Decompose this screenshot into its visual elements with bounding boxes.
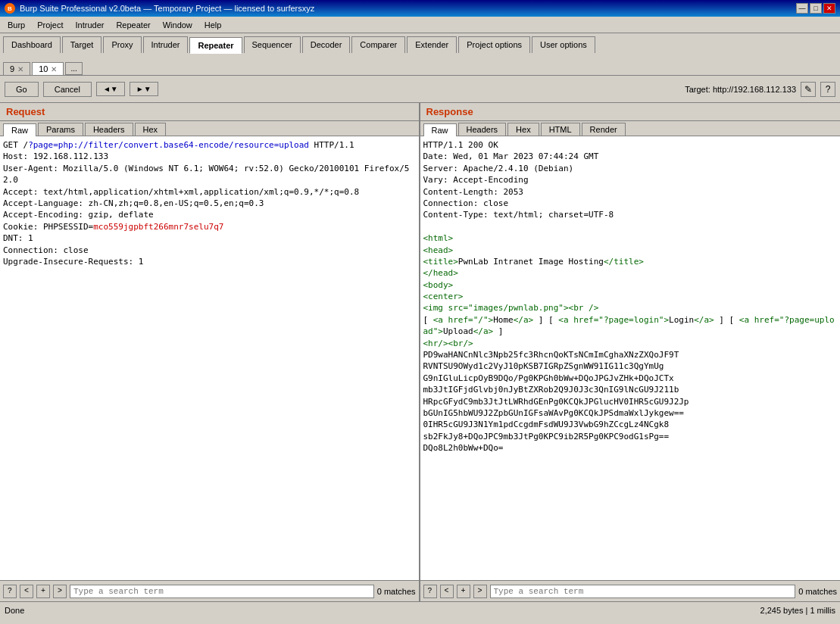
request-search-bar: ? < + > 0 matches — [0, 580, 419, 601]
title-bar: B Burp Suite Professional v2.0beta — Tem… — [0, 0, 840, 17]
title-bar-text: Burp Suite Professional v2.0beta — Tempo… — [20, 4, 314, 13]
tab-project-options[interactable]: Project options — [458, 36, 530, 53]
main-content: Request Raw Params Headers Hex GET /?pag… — [0, 103, 840, 601]
response-content-row: HTTP/1.1 200 OK Date: Wed, 01 Mar 2023 0… — [420, 136, 841, 580]
request-tab-params[interactable]: Params — [38, 123, 83, 136]
repeater-sub-tab-bar: 9 ✕ 10 ✕ ... — [0, 55, 840, 76]
request-content[interactable]: GET /?page=php://filter/convert.base64-e… — [0, 136, 419, 580]
menu-intruder[interactable]: Intruder — [71, 19, 109, 31]
response-tab-render[interactable]: Render — [582, 123, 626, 136]
request-header: Request — [0, 103, 419, 121]
edit-target-button[interactable]: ✎ — [801, 82, 816, 97]
menu-bar: Burp Project Intruder Repeater Window He… — [0, 17, 840, 33]
title-bar-left: B Burp Suite Professional v2.0beta — Tem… — [5, 3, 314, 14]
request-tab-hex[interactable]: Hex — [135, 123, 167, 136]
response-search-help[interactable]: ? — [423, 585, 437, 598]
request-text: GET /?page=php://filter/convert.base64-e… — [3, 139, 416, 267]
tab-target[interactable]: Target — [62, 36, 102, 53]
menu-repeater[interactable]: Repeater — [111, 19, 155, 31]
menu-project[interactable]: Project — [33, 19, 67, 31]
sub-tab-9[interactable]: 9 ✕ — [3, 62, 30, 75]
menu-burp[interactable]: Burp — [3, 19, 30, 31]
request-tab-headers[interactable]: Headers — [85, 123, 133, 136]
request-search-forward[interactable]: > — [53, 585, 67, 598]
status-right: 2,245 bytes | 1 millis — [760, 606, 835, 615]
response-search-prev[interactable]: < — [440, 585, 454, 598]
target-label: Target: http://192.168.112.133 — [685, 85, 796, 94]
response-tab-headers[interactable]: Headers — [458, 123, 507, 136]
burp-logo: B — [5, 3, 15, 14]
response-search-input[interactable] — [490, 585, 796, 598]
response-header: Response — [420, 103, 841, 121]
help-button[interactable]: ? — [820, 82, 835, 97]
minimize-btn[interactable]: — — [796, 3, 808, 14]
response-content[interactable]: HTTP/1.1 200 OK Date: Wed, 01 Mar 2023 0… — [420, 136, 841, 580]
response-tabs: Raw Headers Hex HTML Render — [420, 121, 841, 136]
tab-sequencer[interactable]: Sequencer — [244, 36, 301, 53]
nav-forward-button[interactable]: ►▼ — [130, 82, 158, 96]
status-bar: Done 2,245 bytes | 1 millis — [0, 601, 840, 618]
tab-intruder[interactable]: Intruder — [143, 36, 189, 53]
response-search-next[interactable]: + — [457, 585, 470, 598]
sub-tab-more[interactable]: ... — [65, 62, 82, 75]
request-content-row: GET /?page=php://filter/convert.base64-e… — [0, 136, 419, 580]
tab-dashboard[interactable]: Dashboard — [3, 36, 61, 53]
sub-tab-10-close[interactable]: ✕ — [51, 65, 57, 73]
request-search-prev[interactable]: < — [20, 585, 33, 598]
sub-tab-10[interactable]: 10 ✕ — [32, 62, 64, 75]
tab-comparer[interactable]: Comparer — [351, 36, 405, 53]
status-left: Done — [5, 606, 24, 615]
toolbar: Go Cancel ◄▼ ►▼ Target: http://192.168.1… — [0, 76, 840, 103]
response-tab-html[interactable]: HTML — [541, 123, 580, 136]
tab-user-options[interactable]: User options — [532, 36, 595, 53]
request-search-next[interactable]: + — [36, 585, 50, 598]
tab-extender[interactable]: Extender — [407, 36, 457, 53]
response-search-forward[interactable]: > — [473, 585, 487, 598]
sub-tab-9-close[interactable]: ✕ — [17, 65, 23, 73]
request-tabs: Raw Params Headers Hex — [0, 121, 419, 136]
response-tab-raw[interactable]: Raw — [423, 123, 457, 136]
request-tab-raw[interactable]: Raw — [3, 123, 36, 136]
response-text: HTTP/1.1 200 OK Date: Wed, 01 Mar 2023 0… — [423, 139, 838, 454]
response-search-matches: 0 matches — [798, 587, 837, 596]
title-bar-controls: — □ ✕ — [796, 3, 835, 14]
cancel-button[interactable]: Cancel — [43, 82, 92, 97]
response-panel: Response Raw Headers Hex HTML Render HTT… — [420, 103, 841, 601]
request-search-input[interactable] — [70, 585, 374, 598]
response-search-bar: ? < + > 0 matches — [420, 580, 841, 601]
request-search-help[interactable]: ? — [3, 585, 17, 598]
target-info: Target: http://192.168.112.133 ✎ ? — [685, 82, 835, 97]
request-search-matches: 0 matches — [377, 587, 416, 596]
menu-help[interactable]: Help — [200, 19, 226, 31]
maximize-btn[interactable]: □ — [810, 3, 822, 14]
close-btn[interactable]: ✕ — [823, 3, 835, 14]
menu-window[interactable]: Window — [158, 19, 197, 31]
tab-repeater[interactable]: Repeater — [189, 37, 242, 54]
request-panel: Request Raw Params Headers Hex GET /?pag… — [0, 103, 420, 601]
tab-proxy[interactable]: Proxy — [103, 36, 141, 53]
tab-decoder[interactable]: Decoder — [302, 36, 351, 53]
go-button[interactable]: Go — [5, 82, 39, 97]
main-tab-bar: Dashboard Target Proxy Intruder Repeater… — [0, 33, 840, 55]
nav-back-button[interactable]: ◄▼ — [96, 82, 125, 96]
response-tab-hex[interactable]: Hex — [507, 123, 539, 136]
